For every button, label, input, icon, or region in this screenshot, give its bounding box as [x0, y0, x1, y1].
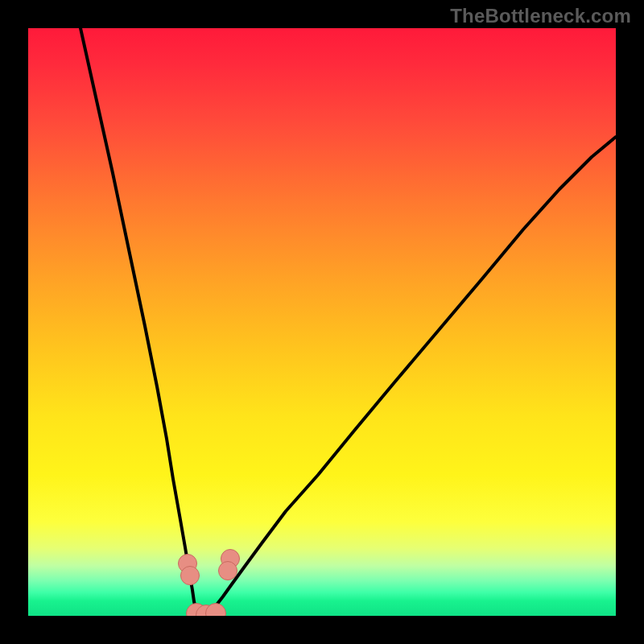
plot-area	[28, 28, 616, 616]
data-marker	[180, 566, 200, 585]
marker-layer	[28, 28, 616, 616]
data-marker	[218, 561, 237, 580]
watermark-text: TheBottleneck.com	[450, 5, 631, 27]
chart-container: TheBottleneck.com	[0, 0, 644, 644]
data-marker	[205, 603, 226, 616]
